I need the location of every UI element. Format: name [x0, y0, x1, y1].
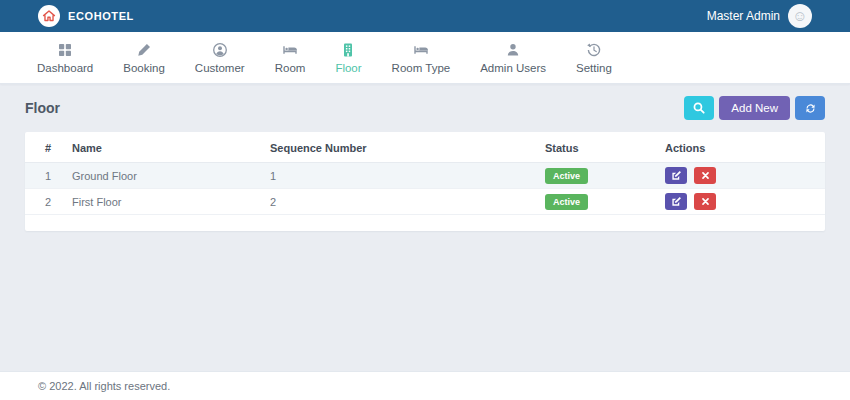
history-icon — [586, 42, 602, 58]
brand-logo[interactable]: ECOHOTEL — [38, 5, 134, 27]
table-row: 2 First Floor 2 Active — [25, 189, 825, 215]
col-header-sequence: Sequence Number — [270, 132, 545, 163]
nav-item-booking[interactable]: Booking — [108, 42, 180, 74]
nav-label: Floor — [335, 62, 361, 74]
search-icon — [692, 101, 706, 115]
nav-label: Admin Users — [480, 62, 546, 74]
status-badge: Active — [545, 194, 588, 210]
dashboard-grid-icon — [57, 42, 73, 58]
nav-label: Dashboard — [37, 62, 93, 74]
delete-x-icon — [701, 197, 710, 206]
copyright-text: © 2022. All rights reserved. — [38, 380, 170, 392]
floor-table-card: # Name Sequence Number Status Actions 1 … — [25, 132, 825, 231]
nav-label: Booking — [123, 62, 165, 74]
delete-button[interactable] — [694, 193, 716, 210]
head-actions: Add New — [684, 96, 825, 120]
nav-item-setting[interactable]: Setting — [561, 42, 627, 74]
user-menu[interactable]: Master Admin ☺ — [707, 4, 812, 28]
row-num: 2 — [25, 189, 72, 215]
add-new-button[interactable]: Add New — [719, 96, 790, 120]
row-name: First Floor — [72, 189, 270, 215]
main-nav: Dashboard Booking Customer Room — [0, 32, 850, 84]
bed-icon — [282, 42, 298, 58]
nav-label: Customer — [195, 62, 245, 74]
person-icon — [505, 42, 521, 58]
person-circle-icon — [212, 42, 228, 58]
col-header-name: Name — [72, 132, 270, 163]
status-badge: Active — [545, 168, 588, 184]
nav-item-floor[interactable]: Floor — [320, 42, 376, 74]
building-icon — [340, 42, 356, 58]
floor-table: # Name Sequence Number Status Actions 1 … — [25, 132, 825, 215]
footer: © 2022. All rights reserved. — [0, 371, 850, 400]
edit-button[interactable] — [665, 193, 687, 210]
col-header-status: Status — [545, 132, 665, 163]
col-header-actions: Actions — [665, 132, 825, 163]
bed-icon — [413, 42, 429, 58]
nav-item-room-type[interactable]: Room Type — [377, 42, 466, 74]
user-avatar-icon[interactable]: ☺ — [788, 4, 812, 28]
delete-button[interactable] — [694, 167, 716, 184]
nav-label: Room — [275, 62, 306, 74]
table-header-row: # Name Sequence Number Status Actions — [25, 132, 825, 163]
pencil-icon — [136, 42, 152, 58]
search-button[interactable] — [684, 96, 714, 120]
row-sequence: 2 — [270, 189, 545, 215]
page-title: Floor — [25, 100, 60, 116]
row-num: 1 — [25, 163, 72, 189]
nav-label: Room Type — [392, 62, 451, 74]
nav-item-admin-users[interactable]: Admin Users — [465, 42, 561, 74]
row-name: Ground Floor — [72, 163, 270, 189]
col-header-num: # — [25, 132, 72, 163]
nav-item-dashboard[interactable]: Dashboard — [22, 42, 108, 74]
edit-pencil-icon — [671, 196, 682, 207]
top-bar: ECOHOTEL Master Admin ☺ — [0, 0, 850, 32]
refresh-button[interactable] — [795, 96, 825, 120]
nav-item-customer[interactable]: Customer — [180, 42, 260, 74]
row-sequence: 1 — [270, 163, 545, 189]
content-area: Floor Add New # Name — [0, 84, 850, 371]
hotel-logo-icon — [38, 5, 60, 27]
refresh-icon — [804, 102, 817, 115]
brand-name: ECOHOTEL — [68, 10, 134, 22]
edit-pencil-icon — [671, 170, 682, 181]
table-row: 1 Ground Floor 1 Active — [25, 163, 825, 189]
nav-item-room[interactable]: Room — [260, 42, 321, 74]
nav-label: Setting — [576, 62, 612, 74]
user-name: Master Admin — [707, 9, 780, 23]
page-head: Floor Add New — [25, 93, 825, 123]
delete-x-icon — [701, 171, 710, 180]
edit-button[interactable] — [665, 167, 687, 184]
